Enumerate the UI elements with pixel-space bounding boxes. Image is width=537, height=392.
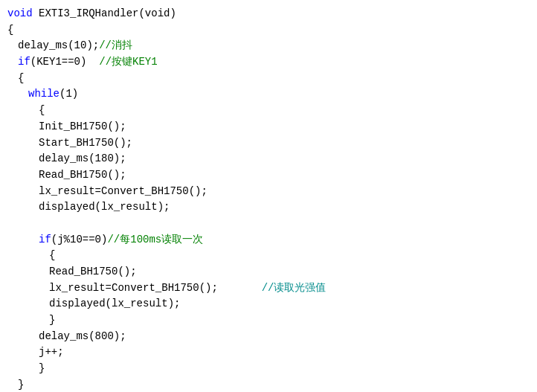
code-line: void EXTI3_IRQHandler(void): [7, 6, 530, 22]
code-line: Init_BH1750();: [7, 119, 530, 135]
code-line: {: [7, 248, 530, 264]
code-line: if(j%10==0)//每100ms读取一次: [7, 232, 530, 248]
code-line: }: [7, 361, 530, 377]
code-editor: void EXTI3_IRQHandler(void){delay_ms(10)…: [0, 0, 537, 392]
code-line: j++;: [7, 344, 530, 361]
code-line: }: [7, 377, 530, 392]
code-line: lx_result=Convert_BH1750();: [7, 184, 530, 200]
code-line: Read_BH1750();: [7, 167, 530, 184]
code-line: Read_BH1750();: [7, 264, 530, 280]
code-line: displayed(lx_result);: [7, 296, 530, 312]
code-line: {: [7, 103, 530, 119]
code-line: }: [7, 312, 530, 329]
code-line: Start_BH1750();: [7, 135, 530, 152]
code-line: lx_result=Convert_BH1750(); //读取光强值: [7, 280, 530, 297]
code-line: if(KEY1==0) //按键KEY1: [7, 54, 530, 71]
code-line: while(1): [7, 86, 530, 103]
code-line: [7, 216, 530, 232]
code-line: delay_ms(800);: [7, 329, 530, 345]
code-line: displayed(lx_result);: [7, 199, 530, 216]
code-line: delay_ms(10);//消抖: [7, 38, 530, 54]
code-line: {: [7, 71, 530, 87]
code-line: delay_ms(180);: [7, 151, 530, 167]
code-line: {: [7, 22, 530, 39]
